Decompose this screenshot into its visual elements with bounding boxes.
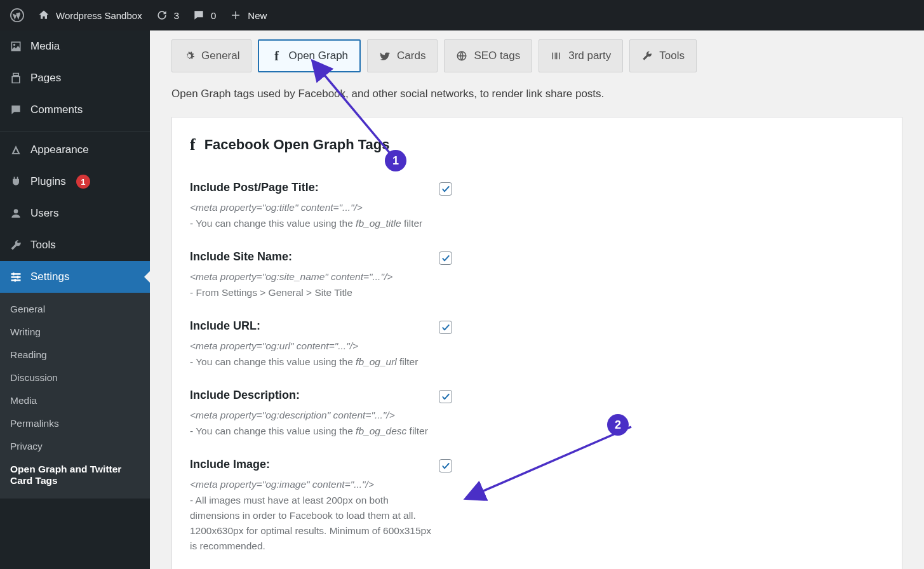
svg-rect-11 (554, 53, 554, 60)
panel-heading: f Facebook Open Graph Tags (190, 135, 884, 154)
svg-point-2 (14, 209, 18, 213)
option-checkbox[interactable] (439, 459, 452, 472)
sidebar-item-label: Comments (30, 104, 83, 116)
tab-label: Open Graph (288, 50, 348, 62)
option-checkbox[interactable] (439, 390, 452, 403)
annotation-badge-2: 2 (607, 414, 629, 436)
tab-3rd-party[interactable]: 3rd party (539, 39, 623, 72)
option-row: Include Description: <meta property="og:… (190, 377, 884, 446)
tab-label: Cards (397, 50, 425, 62)
plugins-badge: 1 (76, 175, 90, 189)
plugins-icon (9, 175, 23, 189)
sidebar-item-tools[interactable]: Tools (0, 229, 150, 261)
comments-icon (9, 103, 23, 117)
gear-icon (184, 50, 195, 62)
intro-text: Open Graph tags used by Facebook, and ot… (171, 88, 902, 100)
tab-label: SEO tags (474, 50, 520, 62)
sidebar-item-label: Media (30, 40, 60, 53)
option-checkbox[interactable] (439, 321, 452, 334)
svg-rect-12 (556, 53, 557, 60)
wordpress-icon (10, 8, 24, 22)
tab-general[interactable]: General (171, 39, 251, 72)
sidebar-sub-permalinks[interactable]: Permalinks (0, 412, 150, 435)
sidebar-item-label: Plugins (30, 175, 66, 188)
sidebar-sub-media[interactable]: Media (0, 389, 150, 412)
option-hint: - You can change this value using the fb… (190, 216, 439, 231)
svg-rect-4 (11, 276, 21, 278)
site-title: Wordpress Sandbox (56, 10, 142, 21)
barcode-icon (551, 50, 562, 62)
sidebar-item-label: Pages (30, 72, 61, 84)
svg-rect-3 (11, 273, 21, 275)
updates-count: 3 (174, 10, 179, 21)
sidebar-item-appearance[interactable]: Appearance (0, 131, 150, 166)
tab-label: General (201, 50, 239, 62)
home-icon (37, 8, 51, 22)
option-hint: - You can change this value using the fb… (190, 354, 439, 370)
tab-open-graph[interactable]: f Open Graph (258, 39, 361, 72)
top-updates[interactable]: 3 (149, 0, 185, 30)
option-hint: - You can change this value using the fb… (190, 424, 439, 439)
main-content: General f Open Graph Cards SEO tags 3rd … (150, 0, 924, 569)
sidebar-sub-writing[interactable]: Writing (0, 321, 150, 344)
top-comments[interactable]: 0 (185, 0, 222, 30)
sidebar-item-comments[interactable]: Comments (0, 94, 150, 126)
plus-icon (229, 8, 243, 22)
sidebar-sub-discussion[interactable]: Discussion (0, 366, 150, 389)
option-row: Include URL: <meta property="og:url" con… (190, 308, 884, 377)
top-site-link[interactable]: Wordpress Sandbox (30, 0, 149, 30)
settings-icon (9, 270, 23, 284)
tab-label: 3rd party (568, 50, 611, 62)
option-meta-example: <meta property="og:title" content="..."/… (190, 202, 439, 213)
option-hint: - All images must have at least 200px on… (190, 493, 439, 554)
sidebar-item-settings[interactable]: Settings (0, 261, 150, 293)
updates-icon (155, 8, 169, 22)
appearance-icon (9, 143, 23, 157)
new-label: New (248, 10, 267, 21)
comments-count: 0 (211, 10, 216, 21)
option-row: Include Post/Page Title: <meta property=… (190, 170, 884, 239)
svg-rect-7 (17, 276, 19, 278)
top-wp-logo[interactable] (4, 0, 30, 30)
option-meta-example: <meta property="og:site_name" content=".… (190, 271, 439, 283)
option-title: Include Image: (190, 458, 439, 471)
globe-icon (456, 50, 467, 62)
tab-label: Tools (659, 50, 685, 62)
wrench-icon (641, 50, 653, 62)
sidebar-sub-open-graph[interactable]: Open Graph and Twitter Card Tags (0, 458, 150, 492)
svg-rect-6 (13, 272, 15, 275)
option-meta-example: <meta property="og:image" content="..."/… (190, 479, 439, 490)
option-checkbox[interactable] (439, 182, 452, 196)
sidebar-sub-reading[interactable]: Reading (0, 344, 150, 366)
users-icon (9, 206, 23, 220)
option-title: Include Post/Page Title: (190, 181, 439, 194)
top-new[interactable]: New (222, 0, 273, 30)
sidebar-item-label: Settings (30, 271, 69, 283)
option-title: Include Site Name: (190, 250, 439, 264)
comment-icon (192, 8, 206, 22)
twitter-icon (379, 50, 391, 62)
sidebar-item-pages[interactable]: Pages (0, 62, 150, 94)
sidebar-item-media[interactable]: Media (0, 30, 150, 62)
svg-point-1 (13, 44, 15, 46)
tab-seo-tags[interactable]: SEO tags (444, 39, 532, 72)
tab-row: General f Open Graph Cards SEO tags 3rd … (150, 39, 924, 72)
option-row: Include Image: <meta property="og:image"… (190, 446, 884, 561)
admin-top-bar: Wordpress Sandbox 3 0 New (0, 0, 924, 30)
option-meta-example: <meta property="og:description" content=… (190, 410, 439, 421)
tab-cards[interactable]: Cards (367, 39, 438, 72)
option-checkbox[interactable] (439, 251, 452, 265)
sidebar-item-plugins[interactable]: Plugins 1 (0, 166, 150, 197)
sidebar-item-label: Users (30, 207, 58, 220)
tools-icon (9, 238, 23, 252)
media-icon (9, 39, 23, 53)
sidebar-sub-privacy[interactable]: Privacy (0, 435, 150, 458)
option-title: Include URL: (190, 319, 439, 333)
option-row: Include Site Name: <meta property="og:si… (190, 239, 884, 308)
option-title: Include Description: (190, 389, 439, 402)
tab-tools[interactable]: Tools (629, 39, 697, 72)
sidebar-sub-general[interactable]: General (0, 298, 150, 321)
admin-sidebar: Media Pages Comments Appearance Plugins … (0, 30, 150, 569)
sidebar-item-label: Tools (30, 239, 56, 251)
sidebar-item-users[interactable]: Users (0, 197, 150, 229)
